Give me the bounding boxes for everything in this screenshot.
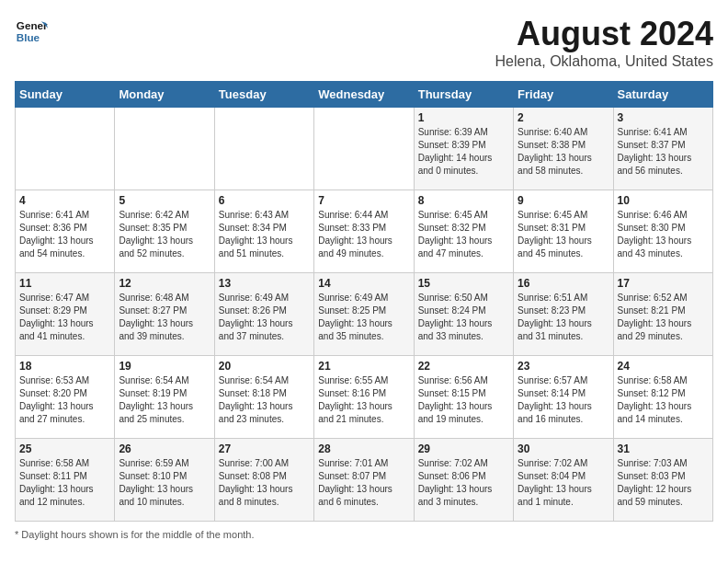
day-info: Sunrise: 6:52 AMSunset: 8:21 PMDaylight:… — [618, 292, 709, 343]
day-number: 22 — [418, 360, 509, 373]
day-number: 29 — [418, 442, 509, 455]
day-number: 7 — [318, 194, 409, 207]
calendar-day-cell: 31Sunrise: 7:03 AMSunset: 8:03 PMDayligh… — [613, 439, 712, 522]
calendar-day-cell: 4Sunrise: 6:41 AMSunset: 8:36 PMDaylight… — [16, 190, 115, 273]
calendar-day-cell: 27Sunrise: 7:00 AMSunset: 8:08 PMDayligh… — [214, 439, 313, 522]
day-number: 11 — [19, 277, 110, 290]
footer-note-text: Daylight hours — [21, 529, 85, 540]
day-info: Sunrise: 7:02 AMSunset: 8:04 PMDaylight:… — [518, 457, 609, 509]
calendar-day-cell — [16, 108, 115, 190]
day-number: 18 — [19, 360, 110, 373]
calendar-day-cell: 14Sunrise: 6:49 AMSunset: 8:25 PMDayligh… — [314, 273, 414, 356]
day-info: Sunrise: 7:03 AMSunset: 8:03 PMDaylight:… — [618, 457, 709, 509]
day-number: 15 — [418, 277, 509, 290]
day-info: Sunrise: 6:55 AMSunset: 8:16 PMDaylight:… — [318, 374, 409, 426]
calendar-day-cell: 15Sunrise: 6:50 AMSunset: 8:24 PMDayligh… — [414, 273, 513, 356]
calendar-day-cell — [214, 108, 313, 190]
calendar-day-cell: 13Sunrise: 6:49 AMSunset: 8:26 PMDayligh… — [214, 273, 313, 356]
day-info: Sunrise: 6:48 AMSunset: 8:27 PMDaylight:… — [119, 292, 210, 343]
day-number: 6 — [219, 194, 310, 207]
calendar-day-cell: 28Sunrise: 7:01 AMSunset: 8:07 PMDayligh… — [314, 439, 414, 522]
day-number: 23 — [518, 360, 609, 373]
day-number: 1 — [418, 111, 509, 124]
day-info: Sunrise: 6:59 AMSunset: 8:10 PMDaylight:… — [119, 457, 210, 509]
day-number: 19 — [119, 360, 210, 373]
day-info: Sunrise: 6:57 AMSunset: 8:14 PMDaylight:… — [518, 374, 609, 426]
day-info: Sunrise: 6:45 AMSunset: 8:31 PMDaylight:… — [518, 209, 609, 260]
day-info: Sunrise: 6:50 AMSunset: 8:24 PMDaylight:… — [418, 292, 509, 343]
day-info: Sunrise: 6:44 AMSunset: 8:33 PMDaylight:… — [318, 209, 409, 260]
logo: General Blue — [15, 15, 48, 48]
calendar-day-cell: 19Sunrise: 6:54 AMSunset: 8:19 PMDayligh… — [115, 356, 214, 439]
day-info: Sunrise: 6:54 AMSunset: 8:19 PMDaylight:… — [119, 374, 210, 426]
day-info: Sunrise: 7:02 AMSunset: 8:06 PMDaylight:… — [418, 457, 509, 509]
weekday-header-cell: Saturday — [613, 82, 712, 108]
calendar-day-cell — [314, 108, 414, 190]
day-info: Sunrise: 6:49 AMSunset: 8:25 PMDaylight:… — [318, 292, 409, 343]
day-number: 20 — [219, 360, 310, 373]
day-info: Sunrise: 6:42 AMSunset: 8:35 PMDaylight:… — [119, 209, 210, 260]
day-number: 3 — [618, 111, 709, 124]
day-info: Sunrise: 6:43 AMSunset: 8:34 PMDaylight:… — [219, 209, 310, 260]
weekday-header-cell: Friday — [514, 82, 613, 108]
calendar-day-cell: 11Sunrise: 6:47 AMSunset: 8:29 PMDayligh… — [16, 273, 115, 356]
day-number: 9 — [518, 194, 609, 207]
day-info: Sunrise: 6:54 AMSunset: 8:18 PMDaylight:… — [219, 374, 310, 426]
calendar-day-cell: 30Sunrise: 7:02 AMSunset: 8:04 PMDayligh… — [514, 439, 613, 522]
svg-text:General: General — [17, 19, 48, 31]
footer-note: * Daylight hours shown is for the middle… — [15, 529, 713, 540]
day-number: 10 — [618, 194, 709, 207]
calendar-day-cell: 10Sunrise: 6:46 AMSunset: 8:30 PMDayligh… — [613, 190, 712, 273]
calendar-day-cell: 8Sunrise: 6:45 AMSunset: 8:32 PMDaylight… — [414, 190, 513, 273]
day-info: Sunrise: 7:00 AMSunset: 8:08 PMDaylight:… — [219, 457, 310, 509]
day-info: Sunrise: 6:53 AMSunset: 8:20 PMDaylight:… — [19, 374, 110, 426]
logo-icon: General Blue — [15, 15, 48, 48]
svg-text:Blue: Blue — [17, 31, 40, 43]
calendar-day-cell: 22Sunrise: 6:56 AMSunset: 8:15 PMDayligh… — [414, 356, 513, 439]
calendar-day-cell: 17Sunrise: 6:52 AMSunset: 8:21 PMDayligh… — [613, 273, 712, 356]
calendar-subtitle: Helena, Oklahoma, United States — [495, 53, 713, 70]
day-number: 27 — [219, 442, 310, 455]
day-info: Sunrise: 7:01 AMSunset: 8:07 PMDaylight:… — [318, 457, 409, 509]
day-number: 16 — [518, 277, 609, 290]
day-number: 5 — [119, 194, 210, 207]
day-number: 12 — [119, 277, 210, 290]
calendar-day-cell: 23Sunrise: 6:57 AMSunset: 8:14 PMDayligh… — [514, 356, 613, 439]
calendar-day-cell: 2Sunrise: 6:40 AMSunset: 8:38 PMDaylight… — [514, 108, 613, 190]
calendar-day-cell: 26Sunrise: 6:59 AMSunset: 8:10 PMDayligh… — [115, 439, 214, 522]
day-info: Sunrise: 6:47 AMSunset: 8:29 PMDaylight:… — [19, 292, 110, 343]
weekday-header-cell: Wednesday — [314, 82, 414, 108]
calendar-day-cell: 5Sunrise: 6:42 AMSunset: 8:35 PMDaylight… — [115, 190, 214, 273]
title-section: August 2024 Helena, Oklahoma, United Sta… — [495, 15, 713, 70]
day-number: 21 — [318, 360, 409, 373]
weekday-header-cell: Tuesday — [214, 82, 313, 108]
weekday-header-cell: Thursday — [414, 82, 513, 108]
day-number: 25 — [19, 442, 110, 455]
calendar-day-cell: 24Sunrise: 6:58 AMSunset: 8:12 PMDayligh… — [613, 356, 712, 439]
day-info: Sunrise: 6:51 AMSunset: 8:23 PMDaylight:… — [518, 292, 609, 343]
calendar-day-cell: 3Sunrise: 6:41 AMSunset: 8:37 PMDaylight… — [613, 108, 712, 190]
calendar-table: SundayMondayTuesdayWednesdayThursdayFrid… — [15, 81, 713, 522]
weekday-header-cell: Monday — [115, 82, 214, 108]
calendar-day-cell: 18Sunrise: 6:53 AMSunset: 8:20 PMDayligh… — [16, 356, 115, 439]
calendar-day-cell: 16Sunrise: 6:51 AMSunset: 8:23 PMDayligh… — [514, 273, 613, 356]
day-number: 2 — [518, 111, 609, 124]
calendar-week-row: 18Sunrise: 6:53 AMSunset: 8:20 PMDayligh… — [16, 356, 713, 439]
calendar-week-row: 11Sunrise: 6:47 AMSunset: 8:29 PMDayligh… — [16, 273, 713, 356]
calendar-day-cell: 6Sunrise: 6:43 AMSunset: 8:34 PMDaylight… — [214, 190, 313, 273]
calendar-day-cell: 7Sunrise: 6:44 AMSunset: 8:33 PMDaylight… — [314, 190, 414, 273]
calendar-day-cell: 25Sunrise: 6:58 AMSunset: 8:11 PMDayligh… — [16, 439, 115, 522]
calendar-day-cell: 1Sunrise: 6:39 AMSunset: 8:39 PMDaylight… — [414, 108, 513, 190]
weekday-header-cell: Sunday — [16, 82, 115, 108]
day-number: 14 — [318, 277, 409, 290]
day-number: 4 — [19, 194, 110, 207]
day-info: Sunrise: 6:46 AMSunset: 8:30 PMDaylight:… — [618, 209, 709, 260]
day-info: Sunrise: 6:41 AMSunset: 8:37 PMDaylight:… — [618, 126, 709, 178]
day-number: 26 — [119, 442, 210, 455]
calendar-day-cell: 9Sunrise: 6:45 AMSunset: 8:31 PMDaylight… — [514, 190, 613, 273]
day-number: 8 — [418, 194, 509, 207]
day-number: 28 — [318, 442, 409, 455]
weekday-header-row: SundayMondayTuesdayWednesdayThursdayFrid… — [16, 82, 713, 108]
day-info: Sunrise: 6:49 AMSunset: 8:26 PMDaylight:… — [219, 292, 310, 343]
day-info: Sunrise: 6:58 AMSunset: 8:11 PMDaylight:… — [19, 457, 110, 509]
